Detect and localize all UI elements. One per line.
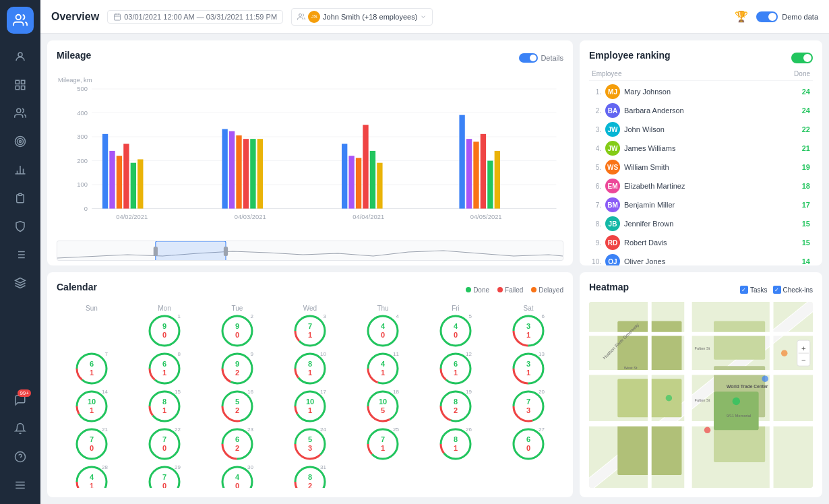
svg-point-222: [762, 375, 768, 382]
tasks-checkbox[interactable]: Tasks: [740, 286, 768, 294]
cal-red-num: 0: [381, 331, 385, 340]
ranking-row[interactable]: 7. BM Benjamin Miller 17: [589, 195, 813, 214]
calendar-cell-inner: 8 2: [454, 398, 458, 415]
sidebar-item-notifications[interactable]: [8, 416, 32, 441]
demo-data-toggle[interactable]: Demo data: [756, 11, 818, 22]
calendar-cell-inner: 7 1: [381, 435, 385, 453]
svg-rect-65: [459, 115, 464, 209]
rank-avatar: JW: [605, 122, 620, 137]
ranking-row[interactable]: 8. JB Jennifer Brown 15: [589, 214, 813, 233]
rank-done: 15: [802, 220, 810, 228]
ranking-row[interactable]: 1. MJ Mary Johnson 24: [589, 82, 813, 101]
calendar-cell[interactable]: 6 2 23: [202, 427, 272, 462]
calendar-cell[interactable]: 7 0 21: [57, 427, 127, 462]
svg-point-224: [781, 350, 788, 356]
cal-green-num: 8: [162, 398, 166, 406]
calendar-cell[interactable]: [421, 464, 491, 488]
demo-toggle-switch[interactable]: [756, 11, 778, 22]
calendar-cell[interactable]: 6 0 27: [493, 427, 563, 462]
calendar-cell[interactable]: [493, 464, 563, 488]
sidebar-item-clipboard[interactable]: [8, 186, 32, 210]
sidebar-item-chat[interactable]: 99+: [8, 388, 32, 412]
ranking-row[interactable]: 4. JW James Williams 21: [589, 139, 813, 158]
svg-rect-49: [137, 159, 143, 208]
calendar-cell[interactable]: 10 1 14: [57, 389, 127, 424]
calendar-cell[interactable]: 8 1 15: [129, 389, 199, 424]
calendar-cell[interactable]: 6 1 12: [421, 351, 491, 386]
calendar-cell[interactable]: 5 3 24: [275, 427, 345, 462]
day-tue: Tue: [202, 303, 272, 313]
calendar-cell[interactable]: 9 0 1: [129, 313, 199, 348]
employee-picker[interactable]: JS John Smith (+18 employees): [291, 8, 433, 26]
calendar-cell[interactable]: 5 2 16: [202, 389, 272, 424]
date-range-picker[interactable]: 03/01/2021 12:00 AM — 03/31/2021 11:59 P…: [107, 10, 283, 24]
sidebar-item-list[interactable]: [8, 243, 32, 267]
ranking-row[interactable]: 9. RD Robert Davis 15: [589, 233, 813, 252]
ranking-row[interactable]: 3. JW John Wilson 22: [589, 120, 813, 139]
calendar-cell[interactable]: 8 2 19: [421, 389, 491, 424]
cal-red-num: 1: [454, 369, 458, 377]
cal-green-num: 9: [162, 322, 166, 331]
calendar-cell[interactable]: 9 0 2: [202, 313, 272, 348]
svg-point-6: [17, 108, 21, 113]
sidebar-item-user[interactable]: [8, 44, 32, 69]
page-title: Overview: [51, 11, 99, 23]
svg-rect-63: [377, 163, 382, 209]
ranking-row[interactable]: 6. EM Elizabeth Martinez 18: [589, 177, 813, 195]
details-switch[interactable]: [519, 53, 538, 63]
calendar-cell[interactable]: 9 2 9: [202, 351, 272, 386]
calendar-cell[interactable]: 10 5 18: [348, 389, 418, 424]
calendar-cell[interactable]: 8 1 10: [275, 351, 345, 386]
calendar-cell[interactable]: [348, 464, 418, 488]
calendar-cell[interactable]: 8 1 26: [421, 427, 491, 462]
calendar-cell[interactable]: 7 1 25: [348, 427, 418, 462]
svg-rect-72: [156, 241, 226, 261]
rank-number: 7.: [592, 201, 601, 209]
calendar-cell[interactable]: 4 0 5: [421, 313, 491, 348]
cal-green-num: 4: [235, 473, 239, 482]
calendar-cell[interactable]: 6 1 7: [57, 351, 127, 386]
checkins-checkbox[interactable]: Check-ins: [773, 286, 813, 294]
sidebar-item-layers[interactable]: [8, 271, 32, 295]
sidebar-item-dashboard[interactable]: [8, 73, 32, 97]
calendar-cell[interactable]: 3 1 13: [493, 351, 563, 386]
cal-green-num: 3: [526, 322, 530, 331]
svg-rect-5: [22, 86, 25, 90]
sidebar-item-menu[interactable]: [8, 473, 32, 497]
calendar-date: 1: [178, 313, 181, 319]
calendar-cell[interactable]: 7 1 3: [275, 313, 345, 348]
app-logo[interactable]: [7, 7, 34, 34]
svg-point-221: [733, 398, 740, 405]
calendar-cell[interactable]: 4 0 4: [348, 313, 418, 348]
calendar-date: 9: [251, 351, 253, 357]
calendar-cell[interactable]: 10 1 17: [275, 389, 345, 424]
ranking-row[interactable]: 10. OJ Oliver Jones 14: [589, 252, 813, 265]
calendar-cell[interactable]: 7 0 29: [129, 464, 199, 488]
sidebar-item-chart[interactable]: [8, 158, 32, 182]
calendar-date: 8: [178, 351, 181, 357]
calendar-cell[interactable]: 6 1 8: [129, 351, 199, 386]
sidebar-item-help[interactable]: [8, 445, 32, 469]
calendar-cell[interactable]: 7 3 20: [493, 389, 563, 424]
sidebar-item-shield[interactable]: [8, 214, 32, 239]
svg-rect-70: [495, 151, 500, 209]
calendar-cell[interactable]: 4 1 11: [348, 351, 418, 386]
ranking-row[interactable]: 5. WS William Smith 19: [589, 158, 813, 177]
calendar-cell[interactable]: 4 1 28: [57, 464, 127, 488]
ranking-row[interactable]: 2. BA Barbara Anderson 24: [589, 101, 813, 120]
sidebar-item-people[interactable]: [8, 101, 32, 125]
chart-mini-navigator[interactable]: [57, 241, 563, 261]
calendar-cell[interactable]: [57, 313, 127, 348]
svg-rect-202: [714, 321, 765, 360]
calendar-date: 31: [320, 464, 326, 470]
sidebar-item-target[interactable]: [8, 129, 32, 154]
calendar-cell[interactable]: 4 0 30: [202, 464, 272, 488]
details-toggle[interactable]: Details: [519, 53, 563, 63]
ranking-toggle[interactable]: [791, 53, 813, 63]
calendar-cell[interactable]: 3 1 6: [493, 313, 563, 348]
calendar-cell[interactable]: 7 0 22: [129, 427, 199, 462]
calendar-date: 21: [102, 427, 108, 433]
people-icon: [297, 13, 305, 21]
calendar-cell[interactable]: 8 2 31: [275, 464, 345, 488]
svg-rect-48: [131, 163, 136, 209]
